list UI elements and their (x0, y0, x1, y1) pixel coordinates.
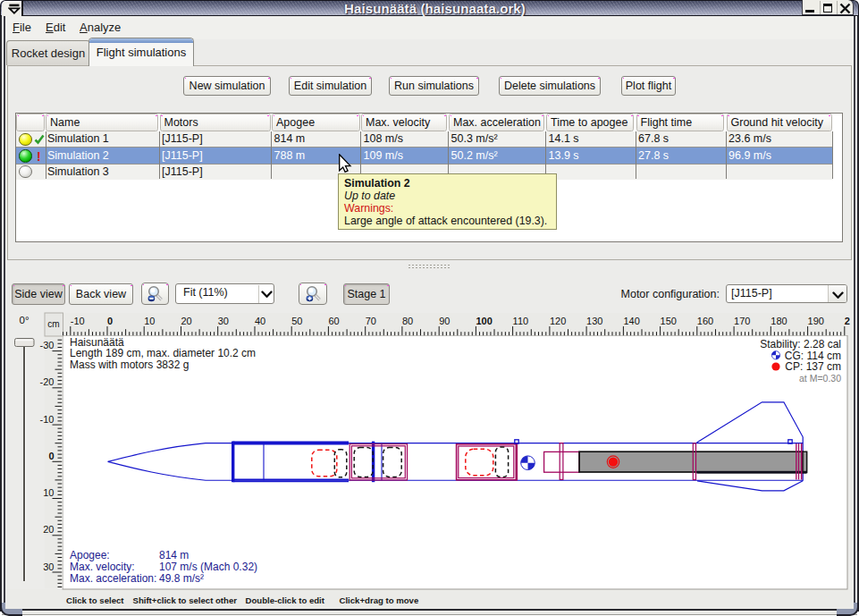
svg-text:CP: 137 cm: CP: 137 cm (785, 360, 841, 373)
svg-text:814 m: 814 m (159, 549, 189, 561)
svg-text:180: 180 (771, 316, 787, 326)
svg-text:90: 90 (439, 316, 450, 326)
svg-text:140: 140 (623, 316, 639, 326)
svg-text:Mass with motors 3832 g: Mass with motors 3832 g (70, 359, 189, 371)
svg-text:190: 190 (808, 316, 824, 326)
svg-text:150: 150 (661, 316, 677, 326)
svg-text:10: 10 (144, 316, 155, 326)
svg-text:0: 0 (48, 451, 54, 461)
svg-text:10: 10 (43, 487, 54, 498)
svg-text:40: 40 (255, 316, 265, 326)
svg-text:170: 170 (734, 316, 750, 326)
svg-text:Max. velocity:: Max. velocity: (70, 561, 135, 573)
svg-text:-30: -30 (40, 340, 55, 350)
svg-text:cm: cm (47, 319, 59, 329)
svg-text:130: 130 (586, 316, 602, 326)
svg-text:30: 30 (43, 561, 54, 572)
svg-text:50: 50 (291, 316, 302, 326)
svg-text:110: 110 (513, 316, 529, 326)
svg-text:at M=0.30: at M=0.30 (799, 373, 841, 384)
svg-text:107 m/s (Mach 0.32): 107 m/s (Mach 0.32) (159, 561, 257, 573)
svg-text:Max. acceleration:: Max. acceleration: (70, 572, 156, 585)
svg-text:60: 60 (328, 316, 339, 326)
svg-text:0°: 0° (20, 315, 29, 325)
svg-text:-10: -10 (40, 414, 55, 425)
svg-text:120: 120 (550, 316, 566, 326)
svg-text:160: 160 (697, 316, 713, 326)
svg-text:0: 0 (107, 316, 113, 326)
svg-text:2: 2 (845, 316, 850, 326)
svg-text:Apogee:: Apogee: (70, 549, 110, 561)
svg-text:20: 20 (43, 524, 54, 535)
svg-text:20: 20 (181, 316, 192, 326)
svg-text:100: 100 (476, 316, 492, 326)
svg-text:80: 80 (402, 316, 413, 326)
svg-text:-10: -10 (71, 316, 85, 326)
svg-text:-20: -20 (40, 376, 55, 387)
svg-text:30: 30 (218, 316, 229, 326)
svg-text:49.8 m/s²: 49.8 m/s² (159, 572, 204, 585)
svg-text:70: 70 (366, 316, 376, 326)
